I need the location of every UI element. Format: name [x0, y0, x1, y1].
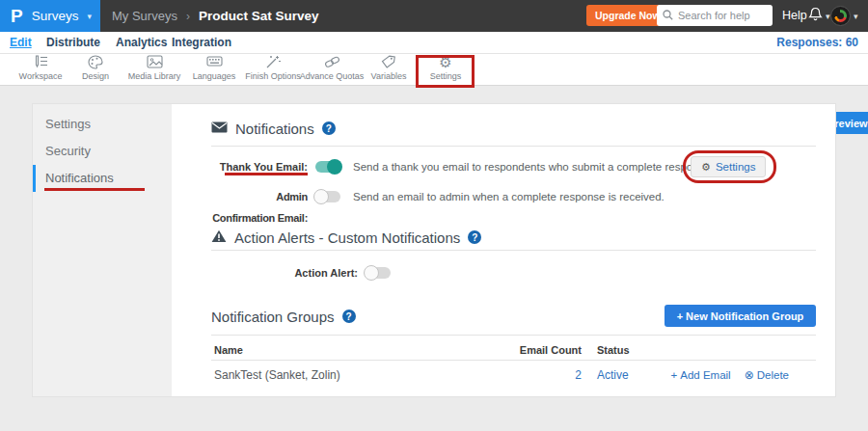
- admin-confirmation-email-toggle[interactable]: [315, 191, 340, 202]
- search-icon: [663, 7, 673, 24]
- notifications-content: Notifications ? Thank You Email: Send a …: [211, 104, 816, 396]
- edit-toolbar: Workspace Design Media Library Languages…: [0, 54, 868, 86]
- delete-link[interactable]: ⊗Delete: [745, 364, 789, 386]
- annotation-underline-thank-you-email: [225, 173, 308, 175]
- section-title: Notifications: [235, 121, 314, 137]
- help-circle-icon[interactable]: ?: [468, 230, 481, 244]
- group-name-cell: SankTest (Sanket, Zolin): [214, 364, 340, 386]
- toolbar-settings[interactable]: ⚙ Settings: [408, 55, 483, 81]
- breadcrumb-separator: ›: [186, 10, 190, 23]
- action-alert-row: Action Alert:: [211, 262, 816, 283]
- toggle-knob: [327, 159, 342, 175]
- bell-icon: [808, 7, 823, 26]
- app-menu-label: Surveys: [32, 9, 79, 23]
- account-menu[interactable]: ▾: [830, 0, 858, 32]
- gear-icon: ⚙: [701, 161, 711, 174]
- settings-sidebar: Settings Security Notifications: [33, 104, 172, 396]
- new-notification-group-button[interactable]: + New Notification Group: [665, 305, 816, 327]
- thank-you-email-toggle[interactable]: [315, 161, 340, 173]
- divider: [211, 250, 816, 251]
- help-search-box[interactable]: [657, 5, 773, 26]
- toggle-knob: [364, 265, 379, 281]
- thank-you-email-description: Send a thank you email to respondents wh…: [353, 156, 714, 177]
- add-email-link[interactable]: +Add Email: [671, 364, 731, 386]
- chevron-down-icon: ▾: [87, 12, 92, 21]
- divider: [211, 360, 816, 361]
- responses-count[interactable]: Responses: 60: [776, 32, 858, 53]
- divider: [211, 335, 816, 336]
- top-bar: P Surveys ▾ My Surveys › Product Sat Sur…: [0, 0, 868, 32]
- breadcrumb-my-surveys[interactable]: My Surveys: [112, 9, 177, 23]
- divider: [211, 146, 816, 147]
- settings-panel: Settings Security Notifications Notifica…: [32, 103, 836, 397]
- warning-triangle-icon: [211, 229, 227, 245]
- action-alert-toggle[interactable]: [366, 267, 391, 279]
- email-count-link[interactable]: 2: [501, 364, 582, 386]
- tab-distribute[interactable]: Distribute: [46, 32, 100, 53]
- sidebar-item-settings[interactable]: Settings: [33, 111, 172, 138]
- tab-analytics[interactable]: Analytics: [116, 32, 167, 53]
- tab-edit[interactable]: Edit: [10, 32, 32, 53]
- app-menu[interactable]: P Surveys ▾: [0, 0, 100, 32]
- annotation-underline-notifications: [44, 188, 145, 191]
- avatar: [830, 6, 851, 26]
- notifications-bell-menu[interactable]: ▾: [808, 0, 830, 32]
- action-alerts-section-header: Action Alerts - Custom Notifications ?: [211, 228, 481, 247]
- help-search-input[interactable]: [678, 10, 765, 21]
- admin-confirmation-email-label: Admin Confirmation Email:: [211, 186, 308, 207]
- toggle-knob: [313, 189, 329, 204]
- admin-confirmation-email-row: Admin Confirmation Email: Send an email …: [211, 186, 816, 207]
- questionpro-logo: P: [11, 0, 23, 32]
- tab-integration[interactable]: Integration: [172, 32, 231, 53]
- breadcrumb: My Surveys › Product Sat Survey: [112, 0, 318, 32]
- gear-icon: ⚙: [408, 55, 483, 71]
- envelope-icon: [211, 121, 228, 135]
- sidebar-item-security[interactable]: Security: [33, 138, 172, 165]
- row-actions: +Add Email ⊗Delete: [671, 364, 789, 386]
- thank-you-email-settings-button[interactable]: ⚙ Settings: [691, 156, 766, 177]
- circle-x-icon: ⊗: [745, 364, 754, 386]
- column-header-name: Name: [214, 341, 243, 360]
- notification-groups-section-header: Notification Groups ?: [211, 307, 356, 326]
- chevron-down-icon: ▾: [854, 12, 858, 21]
- thank-you-email-row: Thank You Email: Send a thank you email …: [211, 156, 816, 177]
- help-circle-icon[interactable]: ?: [322, 121, 336, 135]
- breadcrumb-current-survey: Product Sat Survey: [199, 9, 319, 23]
- column-header-status: Status: [597, 341, 630, 360]
- survey-nav: Edit Distribute Analytics Integration Re…: [0, 32, 868, 54]
- status-link[interactable]: Active: [597, 364, 629, 386]
- help-link[interactable]: Help: [782, 0, 807, 32]
- action-alert-label: Action Alert:: [261, 262, 358, 283]
- chevron-down-icon: ▾: [826, 12, 830, 21]
- admin-confirmation-email-description: Send an email to admin when a complete r…: [353, 186, 665, 207]
- section-title: Notification Groups: [211, 309, 335, 325]
- help-circle-icon[interactable]: ?: [342, 310, 356, 323]
- notifications-section-header: Notifications ?: [211, 119, 336, 138]
- section-title: Action Alerts - Custom Notifications: [234, 229, 460, 246]
- column-header-email-count: Email Count: [501, 341, 582, 360]
- plus-icon: +: [671, 364, 678, 386]
